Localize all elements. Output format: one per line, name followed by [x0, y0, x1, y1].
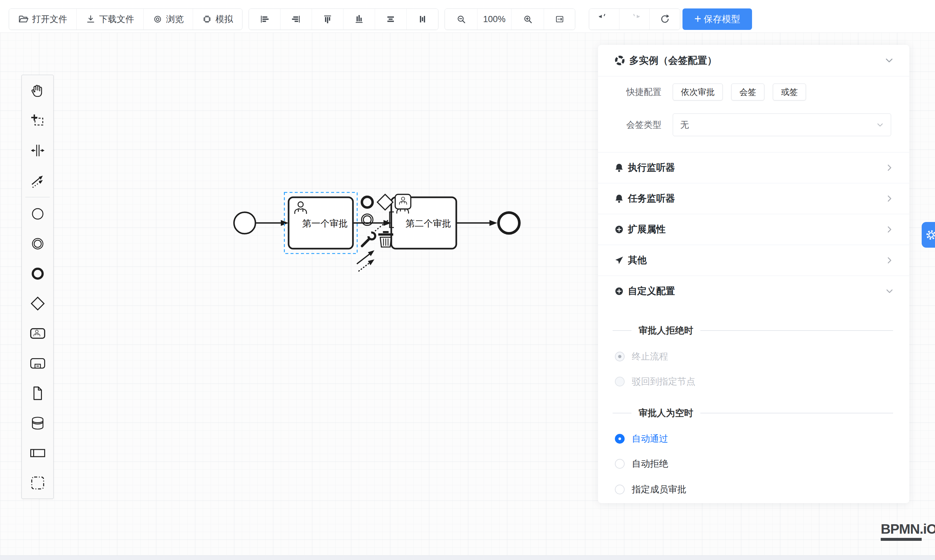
multi-instance-icon	[614, 55, 625, 66]
section-label: 执行监听器	[628, 161, 675, 174]
quick-config-row: 快捷配置 依次审批 会签 或签	[626, 83, 891, 100]
section-extension-properties[interactable]: 扩展属性	[598, 214, 909, 245]
radio-return-to-node: 驳回到指定节点	[615, 374, 695, 389]
reject-heading-row: 审批人拒绝时	[613, 325, 893, 336]
radio-button[interactable]	[615, 459, 624, 469]
start-event[interactable]	[234, 212, 255, 234]
chevron-right-icon	[886, 257, 893, 264]
chevron-down-icon	[886, 288, 893, 295]
radio-terminate-process: 终止流程	[615, 349, 668, 364]
radio-auto-reject[interactable]: 自动拒绝	[615, 456, 668, 471]
empty-heading-row: 审批人为空时	[613, 408, 893, 418]
sign-type-row: 会签类型 无	[626, 114, 891, 136]
settings-tab-button[interactable]	[922, 222, 935, 248]
radio-label: 终止流程	[632, 350, 668, 363]
quick-option-orsign[interactable]: 或签	[773, 83, 806, 100]
radio-button	[615, 352, 624, 362]
reject-heading: 审批人拒绝时	[638, 325, 693, 337]
plus-circle-icon	[614, 225, 624, 234]
bpmn-io-logo[interactable]: BPMN.iO	[881, 522, 935, 541]
bell-icon	[614, 163, 624, 172]
section-label: 自定义配置	[628, 285, 675, 298]
radio-assign-member[interactable]: 指定成员审批	[615, 482, 686, 497]
section-label: 扩展属性	[628, 223, 666, 236]
sequence-flow-3-arrowhead	[489, 220, 497, 226]
gear-icon	[924, 228, 935, 242]
section-label: 任务监听器	[628, 192, 675, 205]
append-end-event-icon[interactable]	[362, 197, 373, 208]
radio-label: 自动拒绝	[632, 458, 668, 470]
chevron-down-icon	[885, 57, 893, 65]
properties-panel: 多实例（会签配置） 快捷配置 依次审批 会签 或签 会签类型 无 执行监听器	[598, 45, 909, 503]
sign-type-label: 会签类型	[626, 119, 664, 131]
section-custom-config[interactable]: 自定义配置	[598, 275, 909, 306]
chevron-right-icon	[886, 226, 893, 233]
divider	[613, 413, 632, 414]
quick-config-label: 快捷配置	[626, 86, 664, 98]
panel-header[interactable]: 多实例（会签配置）	[598, 45, 909, 76]
radio-label: 指定成员审批	[632, 483, 686, 495]
section-other[interactable]: 其他	[598, 245, 909, 275]
section-execution-listener[interactable]: 执行监听器	[598, 152, 909, 183]
bell-icon	[614, 194, 624, 203]
empty-heading: 审批人为空时	[638, 407, 693, 419]
task1-label: 第一个审批	[302, 218, 348, 228]
connect-icon[interactable]	[357, 250, 374, 271]
chevron-right-icon	[886, 164, 893, 171]
divider	[613, 330, 632, 331]
section-task-listener[interactable]: 任务监听器	[598, 183, 909, 214]
quick-option-countersign[interactable]: 会签	[731, 83, 764, 100]
panel-title: 多实例（会签配置）	[629, 54, 717, 67]
radio-button[interactable]	[615, 485, 624, 494]
end-event[interactable]	[498, 212, 519, 233]
logo-underline	[881, 538, 922, 541]
radio-label: 自动通过	[632, 432, 668, 445]
radio-button[interactable]	[615, 434, 624, 444]
section-label: 其他	[628, 254, 647, 267]
quick-option-sequential[interactable]: 依次审批	[673, 83, 723, 100]
quick-config-buttons: 依次审批 会签 或签	[673, 83, 806, 100]
plus-circle-icon	[614, 286, 624, 296]
sign-type-value: 无	[680, 119, 689, 131]
task2-label: 第二个审批	[406, 218, 451, 228]
logo-text: BPMN.iO	[881, 522, 935, 537]
radio-label: 驳回到指定节点	[632, 375, 695, 388]
bpmn-editor: 打开文件 下载文件 浏览 模拟	[0, 0, 935, 560]
chevron-right-icon	[886, 195, 893, 202]
radio-auto-pass[interactable]: 自动通过	[615, 431, 668, 446]
divider	[700, 413, 893, 414]
radio-button	[615, 377, 624, 386]
sign-type-select[interactable]: 无	[673, 114, 891, 136]
chevron-down-icon	[877, 121, 884, 128]
paper-plane-icon	[614, 255, 624, 265]
divider	[700, 330, 893, 331]
wrench-icon[interactable]	[362, 232, 376, 246]
